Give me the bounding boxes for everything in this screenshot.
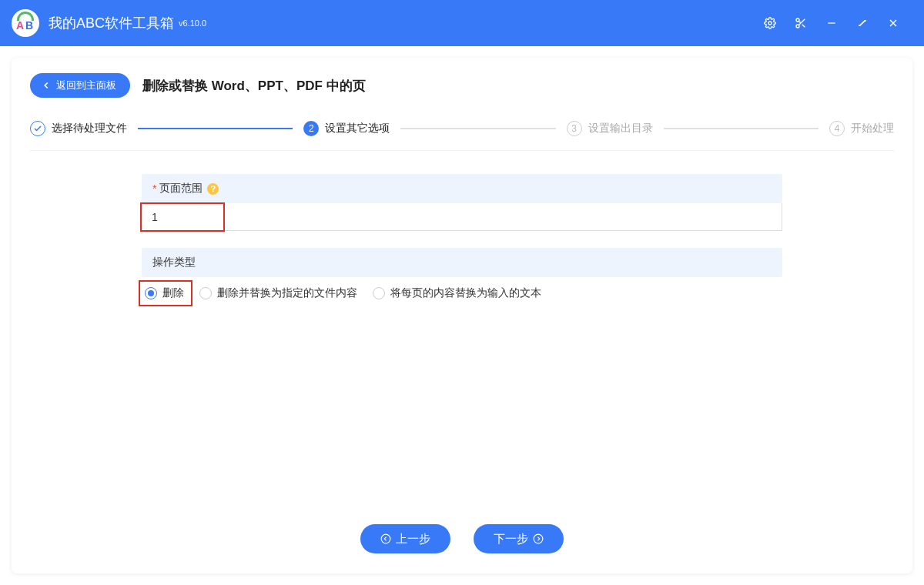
stepper: 选择待处理文件 2 设置其它选项 3 设置输出目录 4 开始处理: [30, 121, 894, 151]
main-panel: 返回到主面板 删除或替换 Word、PPT、PDF 中的页 选择待处理文件 2 …: [12, 58, 912, 573]
chevron-left-circle-icon: [380, 533, 391, 544]
radio-replace-text[interactable]: 将每页的内容替换为输入的文本: [373, 286, 541, 300]
step-3: 3 设置输出目录: [567, 121, 653, 136]
app-logo: AB: [12, 9, 39, 37]
svg-line-4: [802, 25, 805, 28]
back-button-label: 返回到主面板: [56, 79, 116, 92]
help-icon[interactable]: ?: [207, 183, 219, 195]
minimize-icon: [825, 17, 838, 29]
page-range-header: * 页面范围 ?: [142, 174, 782, 203]
radio-icon: [199, 287, 212, 299]
operation-type-header: 操作类型: [142, 248, 782, 277]
page-title: 删除或替换 Word、PPT、PDF 中的页: [142, 77, 366, 95]
svg-line-5: [798, 21, 801, 23]
prev-button[interactable]: 上一步: [360, 524, 450, 553]
radio-delete[interactable]: 删除: [145, 286, 184, 300]
step-1: 选择待处理文件: [30, 121, 127, 136]
svg-point-2: [796, 25, 799, 28]
step-number-icon: 4: [829, 121, 845, 136]
page-range-input[interactable]: [142, 203, 782, 231]
check-circle-icon: [30, 121, 45, 136]
svg-line-8: [860, 21, 865, 26]
svg-point-0: [768, 22, 772, 25]
app-title: 我的ABC软件工具箱: [49, 14, 174, 32]
step-label: 设置输出目录: [588, 122, 653, 135]
gear-icon: [764, 17, 776, 29]
step-connector: [664, 128, 819, 129]
titlebar: AB 我的ABC软件工具箱 v6.10.0: [0, 0, 924, 46]
step-number-icon: 2: [303, 121, 319, 136]
operation-type-label: 操作类型: [152, 256, 196, 269]
next-button-label: 下一步: [494, 532, 528, 547]
settings-button[interactable]: [755, 8, 785, 38]
close-icon: [887, 17, 899, 29]
back-button[interactable]: 返回到主面板: [30, 73, 130, 98]
svg-point-11: [381, 534, 390, 543]
radio-icon: [373, 287, 385, 299]
step-connector: [400, 128, 555, 129]
scissors-icon: [795, 17, 807, 29]
step-label: 开始处理: [851, 122, 894, 135]
prev-button-label: 上一步: [396, 532, 430, 547]
radio-label: 删除: [162, 286, 184, 300]
tools-button[interactable]: [785, 8, 816, 38]
step-label: 选择待处理文件: [52, 122, 127, 135]
minimize-button[interactable]: [816, 8, 847, 38]
radio-replace-file[interactable]: 删除并替换为指定的文件内容: [199, 286, 357, 300]
close-button[interactable]: [878, 8, 909, 38]
step-number-icon: 3: [567, 121, 582, 136]
maximize-button[interactable]: [847, 8, 878, 38]
next-button[interactable]: 下一步: [474, 524, 564, 553]
radio-icon: [145, 287, 157, 299]
required-indicator: *: [152, 182, 156, 195]
radio-label: 将每页的内容替换为输入的文本: [390, 286, 541, 300]
step-2: 2 设置其它选项: [303, 121, 390, 136]
radio-label: 删除并替换为指定的文件内容: [217, 286, 357, 300]
chevron-right-circle-icon: [533, 533, 544, 544]
chevron-left-icon: [41, 80, 52, 91]
maximize-icon: [856, 17, 869, 29]
app-version: v6.10.0: [179, 18, 206, 28]
step-label: 设置其它选项: [325, 122, 390, 135]
page-range-label: 页面范围: [159, 182, 203, 196]
step-4: 4 开始处理: [829, 121, 894, 136]
svg-point-12: [534, 534, 543, 543]
svg-point-1: [796, 18, 799, 22]
step-connector: [138, 128, 293, 129]
